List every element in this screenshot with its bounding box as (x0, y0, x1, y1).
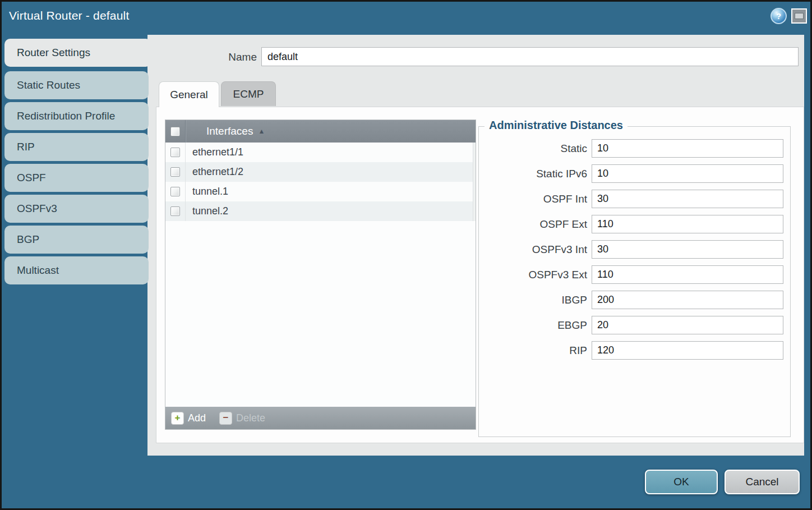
ibgp-input[interactable] (592, 291, 783, 309)
row-checkbox[interactable] (170, 206, 180, 216)
interface-name: tunnel.1 (192, 186, 228, 197)
form-row-ebgp: EBGP (479, 316, 790, 334)
form-row-ibgp: IBGP (479, 291, 790, 309)
table-row[interactable]: tunnel.1 (165, 182, 476, 201)
form-row-ospfv3-ext: OSPFv3 Ext (479, 265, 790, 284)
delete-button-label: Delete (236, 412, 265, 424)
ospf-ext-input[interactable] (592, 215, 783, 233)
table-row[interactable]: tunnel.2 (165, 201, 476, 221)
interfaces-table-footer: + Add − Delete (165, 407, 476, 429)
row-checkbox[interactable] (170, 148, 180, 157)
virtual-router-dialog: Virtual Router - default ? Router Settin… (0, 0, 812, 510)
sidebar-item-ospf[interactable]: OSPF (4, 164, 149, 192)
ebgp-input[interactable] (592, 316, 783, 334)
sidebar-item-router-settings[interactable]: Router Settings (4, 39, 151, 67)
ibgp-label: IBGP (479, 294, 592, 306)
form-row-ospfv3-int: OSPFv3 Int (479, 240, 790, 259)
ospfv3-int-label: OSPFv3 Int (479, 243, 592, 256)
ospf-int-input[interactable] (592, 190, 783, 208)
row-checkbox[interactable] (170, 187, 180, 196)
dialog-title: Virtual Router - default (9, 9, 130, 22)
table-row[interactable]: ethernet1/2 (165, 162, 476, 182)
sidebar-item-redistribution-profile[interactable]: Redistribution Profile (4, 102, 149, 130)
sort-ascending-icon[interactable]: ▲ (258, 127, 265, 135)
interface-name: ethernet1/1 (192, 146, 243, 158)
form-row-rip: RIP (479, 341, 790, 360)
form-row-static-ipv6: Static IPv6 (479, 164, 790, 183)
form-row-static: Static (479, 139, 790, 158)
sidebar-item-rip[interactable]: RIP (4, 133, 149, 161)
tab-general[interactable]: General (159, 81, 219, 107)
ospfv3-ext-input[interactable] (592, 265, 783, 284)
ospf-ext-label: OSPF Ext (479, 218, 592, 231)
add-icon: + (171, 412, 184, 425)
sidebar-item-bgp[interactable]: BGP (4, 226, 149, 254)
delete-button: − Delete (219, 412, 265, 425)
column-divider (185, 120, 186, 143)
maximize-window-icon[interactable] (791, 8, 807, 24)
administrative-distances-fieldset: Administrative Distances Static Static I… (478, 126, 791, 437)
sidebar-item-ospfv3[interactable]: OSPFv3 (4, 195, 149, 223)
delete-icon: − (219, 412, 232, 425)
static-input[interactable] (592, 139, 783, 158)
help-icon-glyph: ? (776, 11, 781, 21)
column-divider (185, 143, 186, 221)
general-tab-panel: Interfaces ▲ ethernet1/1 ethernet1/2 tun… (156, 107, 804, 443)
form-row-ospf-int: OSPF Int (479, 190, 790, 208)
static-ipv6-input[interactable] (592, 164, 783, 183)
cancel-button[interactable]: Cancel (725, 470, 800, 494)
row-checkbox[interactable] (170, 167, 180, 177)
add-button[interactable]: + Add (171, 412, 206, 425)
administrative-distances-form: Static Static IPv6 OSPF Int OSPF Ext OSP… (479, 127, 790, 360)
ospfv3-int-input[interactable] (592, 240, 783, 259)
ok-button[interactable]: OK (645, 470, 718, 494)
rip-label: RIP (479, 344, 592, 357)
ebgp-label: EBGP (479, 319, 592, 332)
ospf-int-label: OSPF Int (479, 193, 592, 205)
interfaces-table: Interfaces ▲ ethernet1/1 ethernet1/2 tun… (165, 120, 476, 430)
name-input[interactable] (261, 47, 799, 66)
ospfv3-ext-label: OSPFv3 Ext (479, 269, 592, 281)
add-button-label: Add (188, 412, 206, 424)
help-icon[interactable]: ? (771, 8, 787, 24)
interfaces-column-header[interactable]: Interfaces (206, 125, 253, 137)
tab-ecmp[interactable]: ECMP (221, 81, 276, 106)
static-label: Static (479, 143, 592, 155)
administrative-distances-legend: Administrative Distances (485, 119, 628, 132)
sidebar-item-static-routes[interactable]: Static Routes (4, 71, 149, 99)
interfaces-table-body: ethernet1/1 ethernet1/2 tunnel.1 tunnel.… (165, 143, 476, 407)
static-ipv6-label: Static IPv6 (479, 168, 592, 180)
table-scrollbar[interactable] (473, 143, 476, 221)
form-row-ospf-ext: OSPF Ext (479, 215, 790, 233)
name-label: Name (185, 51, 257, 63)
interfaces-table-header: Interfaces ▲ (165, 120, 476, 143)
table-row[interactable]: ethernet1/1 (165, 143, 476, 162)
maximize-window-icon-inner (795, 13, 804, 19)
interface-name: ethernet1/2 (192, 166, 243, 178)
rip-input[interactable] (592, 341, 783, 360)
sidebar-item-multicast[interactable]: Multicast (4, 256, 149, 284)
interface-name: tunnel.2 (192, 205, 228, 217)
select-all-checkbox[interactable] (170, 127, 180, 136)
